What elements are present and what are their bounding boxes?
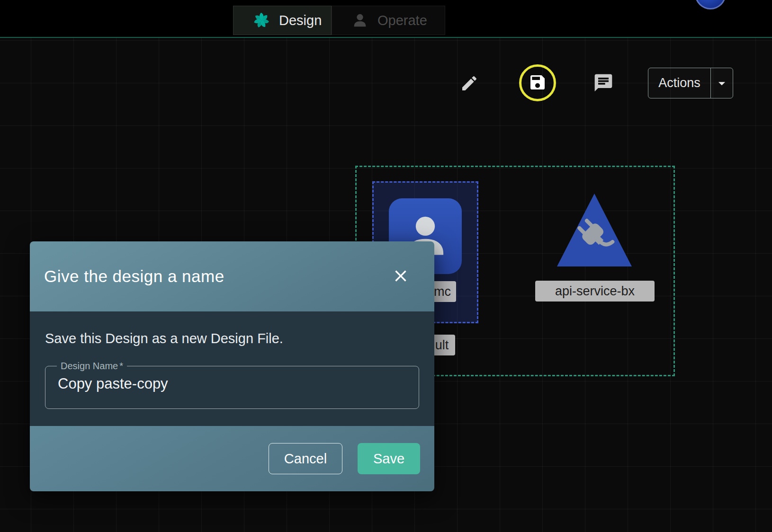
- cancel-button[interactable]: Cancel: [269, 443, 342, 474]
- tab-design[interactable]: Design: [233, 6, 332, 35]
- save-design-dialog: Give the design a name Save this Design …: [30, 241, 434, 491]
- dialog-description: Save this Design as a new Design File.: [45, 330, 419, 346]
- node-label: api-service-bx: [535, 281, 655, 301]
- pencil-icon: [460, 74, 479, 94]
- tab-operate-label: Operate: [377, 13, 427, 28]
- close-icon: [391, 266, 410, 287]
- field-label: Design Name*: [57, 361, 127, 372]
- design-name-field: Design Name*: [45, 361, 419, 409]
- chat-bubble-icon: [593, 72, 614, 95]
- tab-operate[interactable]: Operate: [332, 6, 445, 35]
- comment-button[interactable]: [592, 72, 615, 95]
- dialog-header: Give the design a name: [30, 241, 434, 311]
- operator-person-icon: [351, 11, 369, 29]
- mode-tabs: Design Operate: [233, 6, 445, 35]
- tab-design-label: Design: [279, 13, 322, 28]
- topbar: Design Operate: [0, 0, 772, 38]
- actions-label: Actions: [648, 68, 710, 98]
- edit-button[interactable]: [458, 73, 480, 95]
- close-button[interactable]: [390, 266, 412, 287]
- design-name-input[interactable]: [51, 372, 413, 401]
- dialog-footer: Cancel Save: [30, 426, 434, 491]
- chevron-down-icon[interactable]: [711, 68, 733, 98]
- dialog-title: Give the design a name: [44, 267, 224, 286]
- actions-button[interactable]: Actions: [648, 68, 733, 98]
- floppy-disk-icon: [528, 73, 547, 93]
- save-button[interactable]: Save: [358, 443, 420, 474]
- meshery-logo-icon: [252, 11, 270, 29]
- triangle-shape: [555, 192, 634, 268]
- dialog-body: Save this Design as a new Design File. D…: [30, 311, 434, 426]
- api-service-node[interactable]: [555, 192, 634, 268]
- save-design-icon-button[interactable]: [519, 64, 556, 101]
